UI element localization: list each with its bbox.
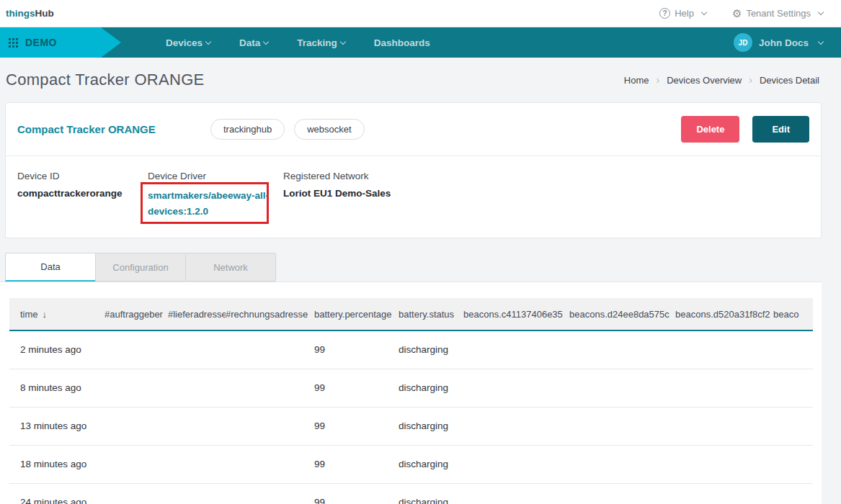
device-driver-wrap: smartmakers/abeeway-all-devices:1.2.0 (148, 188, 283, 219)
cell-beacon4 (773, 445, 813, 483)
cell-lieferadresse (168, 407, 226, 445)
cell-auftraggeber (104, 445, 168, 483)
cell-beacon2 (569, 369, 675, 407)
table-body: 2 minutes ago 99 discharging 8 minutes a… (9, 330, 813, 504)
breadcrumb-devices-overview[interactable]: Devices Overview (667, 75, 742, 86)
cell-rechnungsadresse (226, 407, 314, 445)
device-id-field: Device ID compacttrackerorange (17, 171, 148, 219)
column-header-lieferadresse[interactable]: #lieferadresse (168, 298, 226, 330)
device-data-table: time #auftraggeber #lieferadresse #rechn… (9, 298, 813, 504)
cell-battery-percentage: 99 (314, 445, 399, 483)
cell-beacon2 (569, 407, 675, 445)
page-content: Compact Tracker ORANGE trackinghub webso… (5, 102, 822, 282)
cell-lieferadresse (168, 330, 226, 369)
cell-battery-status: discharging (399, 483, 463, 504)
data-table-container[interactable]: time #auftraggeber #lieferadresse #rechn… (9, 298, 813, 504)
breadcrumb-separator: › (657, 74, 660, 86)
column-header-beacon-cutoff[interactable]: beaco (773, 298, 813, 330)
logo-part-things: things (6, 8, 35, 19)
cell-lieferadresse (168, 483, 226, 504)
cell-beacon2 (569, 330, 675, 369)
device-name: Compact Tracker ORANGE (17, 123, 210, 135)
registered-network-label: Registered Network (283, 171, 391, 181)
chevron-down-icon (340, 38, 346, 44)
chevron-down-icon (818, 9, 824, 15)
cell-beacon3 (675, 407, 773, 445)
column-header-beacon-c41137406e35[interactable]: beacons.c41137406e35 (463, 298, 569, 330)
column-header-beacon-d520a31f8cf2[interactable]: beacons.d520a31f8cf2 (675, 298, 773, 330)
cell-beacon4 (773, 330, 813, 369)
thingshub-logo[interactable]: thingsHub (6, 8, 54, 19)
tag-trackinghub[interactable]: trackinghub (210, 119, 285, 140)
edit-button[interactable]: Edit (752, 116, 809, 143)
device-driver-link[interactable]: smartmakers/abeeway-all-devices:1.2.0 (148, 188, 270, 219)
cell-auftraggeber (104, 330, 168, 369)
nav-item-tracking[interactable]: Tracking (282, 27, 360, 58)
column-header-beacon-d24ee8da575c[interactable]: beacons.d24ee8da575c (569, 298, 675, 330)
cell-time: 18 minutes ago (9, 445, 104, 483)
cell-rechnungsadresse (226, 483, 314, 504)
nav-tracking-label: Tracking (297, 37, 337, 48)
column-header-battery-status[interactable]: battery.status (399, 298, 463, 330)
table-row[interactable]: 2 minutes ago 99 discharging (9, 330, 813, 369)
cell-beacon4 (773, 407, 813, 445)
tab-configuration[interactable]: Configuration (95, 253, 186, 282)
registered-network-value: Loriot EU1 Demo-Sales (283, 188, 391, 199)
table-row[interactable]: 24 minutes ago 99 discharging (9, 483, 813, 504)
cell-beacon4 (773, 369, 813, 407)
column-header-time[interactable]: time (9, 298, 104, 330)
breadcrumb-home[interactable]: Home (624, 75, 649, 86)
device-summary-card: Compact Tracker ORANGE trackinghub webso… (5, 102, 822, 238)
cell-beacon2 (569, 483, 675, 504)
topbar-right: Help Tenant Settings (659, 8, 823, 19)
cell-beacon3 (675, 330, 773, 369)
page-header: Compact Tracker ORANGE Home › Devices Ov… (0, 58, 841, 102)
tag-websocket[interactable]: websocket (294, 119, 364, 140)
nav-item-data[interactable]: Data (225, 27, 282, 58)
cell-battery-percentage: 99 (314, 483, 399, 504)
device-id-label: Device ID (17, 171, 148, 181)
cell-auftraggeber (104, 369, 168, 407)
chevron-down-icon (263, 38, 269, 44)
column-header-battery-percentage[interactable]: battery.percentage (314, 298, 399, 330)
cell-battery-percentage: 99 (314, 330, 399, 369)
tenant-switcher[interactable]: DEMO (0, 27, 121, 58)
nav-menus: Devices Data Tracking Dashboards (151, 27, 445, 58)
column-header-auftraggeber[interactable]: #auftraggeber (104, 298, 168, 330)
table-row[interactable]: 8 minutes ago 99 discharging (9, 369, 813, 407)
cell-battery-status: discharging (399, 330, 463, 369)
table-row[interactable]: 13 minutes ago 99 discharging (9, 407, 813, 445)
user-menu[interactable]: JD John Docs (734, 33, 841, 52)
chevron-down-icon (205, 38, 211, 44)
detail-tabs: Data Configuration Network (5, 253, 822, 282)
tenant-settings-menu[interactable]: Tenant Settings (732, 8, 823, 19)
tenant-settings-label: Tenant Settings (746, 8, 811, 19)
cell-lieferadresse (168, 369, 226, 407)
device-id-value: compacttrackerorange (17, 188, 148, 199)
device-card-body: Device ID compacttrackerorange Device Dr… (6, 156, 821, 238)
tab-data[interactable]: Data (5, 253, 96, 282)
gear-icon (732, 8, 742, 19)
cell-rechnungsadresse (226, 445, 314, 483)
main-nav-bar: DEMO Devices Data Tracking Dashboards JD… (0, 27, 841, 58)
column-header-rechnungsadresse[interactable]: #rechnungsadresse (226, 298, 314, 330)
sort-descending-icon (38, 309, 48, 320)
delete-button[interactable]: Delete (681, 116, 739, 143)
nav-item-dashboards[interactable]: Dashboards (360, 27, 445, 58)
cell-beacon1 (463, 445, 569, 483)
cell-beacon3 (675, 483, 773, 504)
help-menu[interactable]: Help (659, 8, 706, 19)
cell-beacon3 (675, 445, 773, 483)
chevron-down-icon (818, 38, 824, 44)
table-row[interactable]: 18 minutes ago 99 discharging (9, 445, 813, 483)
tab-network[interactable]: Network (185, 253, 276, 282)
cell-rechnungsadresse (226, 330, 314, 369)
cell-time: 8 minutes ago (9, 369, 104, 407)
cell-beacon1 (463, 330, 569, 369)
cell-rechnungsadresse (226, 369, 314, 407)
breadcrumb: Home › Devices Overview › Devices Detail (624, 74, 819, 86)
table-header-row: time #auftraggeber #lieferadresse #rechn… (9, 298, 813, 330)
device-driver-field: Device Driver smartmakers/abeeway-all-de… (148, 171, 283, 219)
cell-battery-status: discharging (399, 407, 463, 445)
nav-item-devices[interactable]: Devices (151, 27, 225, 58)
